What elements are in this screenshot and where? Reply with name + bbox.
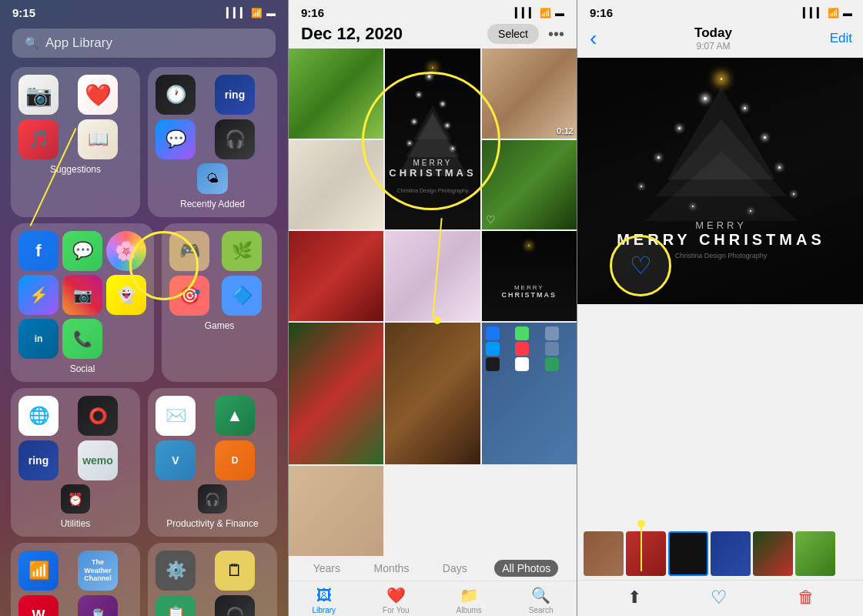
- signal-3: ▎▎▎: [803, 8, 824, 18]
- photo-cell-9[interactable]: [289, 323, 383, 465]
- photo-cell-1[interactable]: [289, 49, 383, 139]
- tab-for-you[interactable]: ❤️ For You: [383, 586, 409, 614]
- game1-icon[interactable]: 🎮: [169, 231, 209, 271]
- favorite-button[interactable]: ♡: [711, 587, 728, 608]
- venmo-icon[interactable]: V: [156, 440, 196, 480]
- thumb-3-selected[interactable]: [668, 531, 708, 576]
- photo-cell-12[interactable]: [289, 466, 383, 556]
- time-3: 9:16: [590, 6, 613, 19]
- wemo-icon[interactable]: wemo: [78, 440, 118, 480]
- discover-icon[interactable]: D: [215, 440, 255, 480]
- bottom-left-apps: 📶 The Weather Channel W 🥤: [18, 551, 132, 616]
- wifi-icon2[interactable]: 📶: [18, 551, 59, 591]
- photos-large-icon[interactable]: 🌸: [106, 231, 146, 271]
- photo-cell-6[interactable]: [289, 231, 383, 321]
- select-button[interactable]: Select: [487, 24, 539, 44]
- weather-channel-icon[interactable]: The Weather Channel: [78, 551, 118, 591]
- filter-all-photos[interactable]: All Photos: [494, 560, 558, 577]
- delete-button[interactable]: 🗑: [798, 588, 814, 608]
- books-app-icon[interactable]: 📖: [78, 119, 118, 159]
- photo-cell-4[interactable]: [289, 140, 383, 230]
- thumb-1[interactable]: [584, 531, 624, 576]
- chrome-icon[interactable]: 🌐: [18, 396, 59, 436]
- thumb-6[interactable]: [795, 531, 835, 576]
- time-1: 9:15: [12, 6, 35, 19]
- ring2-icon[interactable]: ring: [18, 440, 59, 480]
- for-you-label: For You: [383, 606, 409, 614]
- br-app3[interactable]: 📋: [156, 595, 196, 616]
- bottom-weather-row: 📶 The Weather Channel W 🥤 ⚙️ 🗒 📋 🎧: [0, 543, 288, 616]
- music-app-icon[interactable]: 🎵: [18, 119, 59, 159]
- bottom-left-group: 📶 The Weather Channel W 🥤: [11, 543, 140, 616]
- photo-cell-5[interactable]: ♡: [482, 140, 577, 230]
- alarm-icon[interactable]: ⏰: [61, 484, 90, 514]
- messages-app-icon[interactable]: 💬: [62, 231, 102, 271]
- share-button[interactable]: ⬆: [627, 588, 641, 608]
- health-app-icon[interactable]: ❤️: [78, 75, 118, 115]
- middle-app-groups: f 💬 🌸 ⚡ 📷 👻 in 📞 Social 🎮 🌿 🎯 🔷: [0, 223, 288, 382]
- facebook-app-icon[interactable]: f: [18, 231, 59, 271]
- thumb-2[interactable]: [626, 531, 666, 576]
- recently-added-group: 🕐 ring 💬 🎧 🌤 Recently Added: [148, 67, 277, 217]
- filter-days[interactable]: Days: [437, 560, 473, 577]
- linkedin-app-icon[interactable]: in: [18, 319, 59, 359]
- filmroll-icon[interactable]: ⭕: [78, 396, 118, 436]
- bottom-right-group: ⚙️ 🗒 📋 🎧: [148, 543, 277, 616]
- br-app1[interactable]: ⚙️: [156, 551, 196, 591]
- ring-app-icon[interactable]: ring: [215, 75, 255, 115]
- main-photo-display[interactable]: MERRY MERRY CHRISTMAS Christina Design P…: [577, 58, 863, 304]
- phone-app-icon[interactable]: 📞: [62, 319, 102, 359]
- photos-header: Dec 12, 2020 Select •••: [289, 22, 577, 49]
- edit-button[interactable]: Edit: [830, 31, 852, 46]
- app-library-search[interactable]: 🔍 App Library: [12, 28, 276, 58]
- photos-app-icon[interactable]: 📷: [18, 75, 59, 115]
- filter-years[interactable]: Years: [307, 560, 346, 577]
- gmail-icon[interactable]: ✉️: [156, 396, 196, 436]
- clock-app-icon[interactable]: 🕐: [156, 75, 196, 115]
- instagram-app-icon[interactable]: 📷: [62, 275, 102, 315]
- detail-toolbar: ⬆ ♡ 🗑: [577, 580, 863, 616]
- headphones-app-icon[interactable]: 🎧: [215, 119, 255, 159]
- triangle-icon[interactable]: ▲: [215, 396, 255, 436]
- tab-library[interactable]: 🖼 Library: [312, 587, 336, 614]
- detail-spacer: [577, 304, 863, 527]
- thumb-4[interactable]: [711, 531, 751, 576]
- thumbnail-strip: [577, 527, 863, 580]
- status-bar-1: 9:15 ▎▎▎ 📶 ▬: [0, 0, 288, 22]
- game4-icon[interactable]: 🔷: [222, 276, 262, 316]
- signal-2: ▎▎▎: [515, 8, 536, 18]
- utilities-group: 🌐 ⭕ ring wemo ⏰ Utilities: [11, 388, 140, 537]
- app-library-panel: 9:15 ▎▎▎ 📶 ▬ 🔍 App Library 📷 ❤️ 🎵 📖 Sugg…: [0, 0, 288, 616]
- snapchat-app-icon[interactable]: 👻: [106, 275, 146, 315]
- battery-2: ▬: [555, 8, 564, 18]
- detail-nav: ‹ Today 9:07 AM Edit: [577, 22, 863, 58]
- photo-cell-10[interactable]: [385, 323, 480, 465]
- for-you-icon: ❤️: [386, 586, 406, 604]
- messenger-app-icon[interactable]: 💬: [156, 119, 196, 159]
- social-apps-top: f 💬 🌸: [18, 231, 146, 271]
- br-app4[interactable]: 🎧: [215, 595, 255, 616]
- messenger2-app-icon[interactable]: ⚡: [18, 275, 59, 315]
- status-bar-3: 9:16 ▎▎▎ 📶 ▬: [577, 0, 863, 22]
- utilities-label: Utilities: [18, 518, 132, 529]
- smoothie-icon[interactable]: 🥤: [78, 595, 118, 616]
- br-app2[interactable]: 🗒: [215, 551, 255, 591]
- bottom-app-groups: 🌐 ⭕ ring wemo ⏰ Utilities ✉️ ▲ V D 🎧 Pro…: [0, 388, 288, 537]
- p2-dot: [433, 316, 441, 324]
- tab-albums[interactable]: 📁 Albums: [456, 586, 481, 614]
- game3-icon[interactable]: 🎯: [169, 276, 209, 316]
- game2-icon[interactable]: 🌿: [222, 231, 262, 271]
- back-button[interactable]: ‹: [590, 28, 597, 49]
- more-options-button[interactable]: •••: [548, 25, 564, 43]
- walgreens-icon[interactable]: W: [18, 595, 59, 616]
- games-label: Games: [169, 320, 269, 331]
- filter-months[interactable]: Months: [367, 560, 415, 577]
- photo-cell-11[interactable]: [482, 323, 577, 465]
- tab-search[interactable]: 🔍 Search: [529, 586, 554, 614]
- headphones2-icon[interactable]: 🎧: [198, 484, 227, 514]
- photo-cell-3[interactable]: 0:12: [482, 49, 577, 139]
- thumb-5[interactable]: [753, 531, 793, 576]
- photo-cell-2-xmas[interactable]: MERRYCHRISTMAS Christina Design Photogra…: [385, 49, 480, 229]
- photo-cell-8-xmas[interactable]: MERRYCHRISTMAS: [482, 231, 577, 321]
- weather-channel-app-icon[interactable]: 🌤: [197, 163, 228, 194]
